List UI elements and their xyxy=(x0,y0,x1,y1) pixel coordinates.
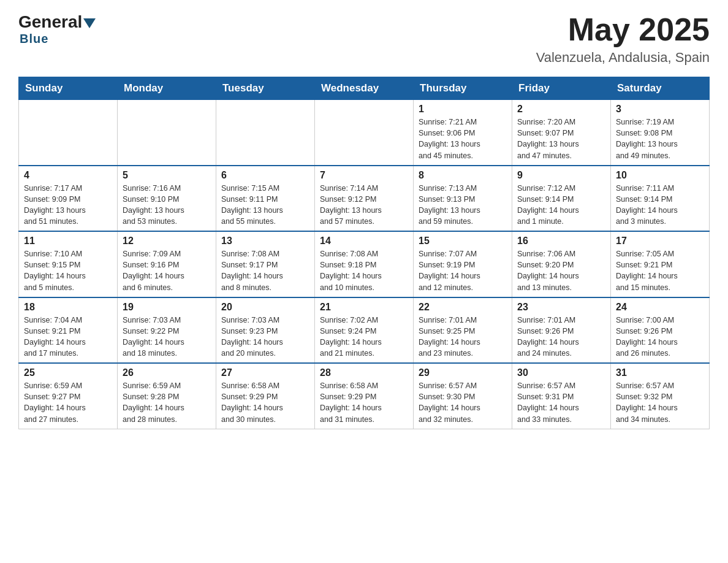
day-number: 26 xyxy=(123,367,211,378)
day-info: Sunrise: 7:02 AM Sunset: 9:24 PM Dayligh… xyxy=(320,315,408,359)
calendar-cell: 21Sunrise: 7:02 AM Sunset: 9:24 PM Dayli… xyxy=(315,297,414,364)
day-number: 5 xyxy=(123,170,211,181)
day-number: 4 xyxy=(24,170,112,181)
day-number: 18 xyxy=(24,302,112,313)
day-info: Sunrise: 7:16 AM Sunset: 9:10 PM Dayligh… xyxy=(123,183,211,228)
day-number: 21 xyxy=(320,302,408,313)
day-info: Sunrise: 7:21 AM Sunset: 9:06 PM Dayligh… xyxy=(419,117,507,161)
calendar-cell: 16Sunrise: 7:06 AM Sunset: 9:20 PM Dayli… xyxy=(512,231,611,297)
calendar-cell: 9Sunrise: 7:12 AM Sunset: 9:14 PM Daylig… xyxy=(512,166,611,232)
day-info: Sunrise: 7:05 AM Sunset: 9:21 PM Dayligh… xyxy=(616,248,704,293)
day-number: 3 xyxy=(616,104,704,115)
day-number: 31 xyxy=(616,367,704,378)
calendar-cell: 29Sunrise: 6:57 AM Sunset: 9:30 PM Dayli… xyxy=(414,363,512,429)
calendar-cell: 18Sunrise: 7:04 AM Sunset: 9:21 PM Dayli… xyxy=(19,297,118,364)
day-number: 30 xyxy=(517,367,605,378)
calendar-cell: 23Sunrise: 7:01 AM Sunset: 9:26 PM Dayli… xyxy=(512,297,611,364)
day-number: 15 xyxy=(419,236,507,247)
calendar-header-saturday: Saturday xyxy=(611,77,710,100)
calendar-header-friday: Friday xyxy=(512,77,611,100)
day-number: 27 xyxy=(221,367,309,378)
day-info: Sunrise: 6:57 AM Sunset: 9:32 PM Dayligh… xyxy=(616,380,704,425)
logo-triangle-icon xyxy=(83,18,96,28)
calendar-header-monday: Monday xyxy=(118,77,216,100)
day-info: Sunrise: 7:03 AM Sunset: 9:23 PM Dayligh… xyxy=(221,315,309,359)
day-info: Sunrise: 6:59 AM Sunset: 9:28 PM Dayligh… xyxy=(123,380,211,425)
day-number: 20 xyxy=(221,302,309,313)
calendar-cell: 1Sunrise: 7:21 AM Sunset: 9:06 PM Daylig… xyxy=(414,100,512,166)
day-info: Sunrise: 6:58 AM Sunset: 9:29 PM Dayligh… xyxy=(320,380,408,425)
day-info: Sunrise: 6:59 AM Sunset: 9:27 PM Dayligh… xyxy=(24,380,112,425)
calendar-cell: 31Sunrise: 6:57 AM Sunset: 9:32 PM Dayli… xyxy=(611,363,710,429)
calendar-week-row: 4Sunrise: 7:17 AM Sunset: 9:09 PM Daylig… xyxy=(19,166,710,232)
day-info: Sunrise: 6:57 AM Sunset: 9:30 PM Dayligh… xyxy=(419,380,507,425)
calendar-cell xyxy=(315,100,414,166)
calendar-cell xyxy=(216,100,315,166)
calendar-week-row: 11Sunrise: 7:10 AM Sunset: 9:15 PM Dayli… xyxy=(19,231,710,297)
calendar-cell: 20Sunrise: 7:03 AM Sunset: 9:23 PM Dayli… xyxy=(216,297,315,364)
calendar-cell: 15Sunrise: 7:07 AM Sunset: 9:19 PM Dayli… xyxy=(414,231,512,297)
calendar-cell: 6Sunrise: 7:15 AM Sunset: 9:11 PM Daylig… xyxy=(216,166,315,232)
day-number: 13 xyxy=(221,236,309,247)
day-info: Sunrise: 7:14 AM Sunset: 9:12 PM Dayligh… xyxy=(320,183,408,228)
day-number: 11 xyxy=(24,236,112,247)
day-number: 7 xyxy=(320,170,408,181)
day-info: Sunrise: 7:11 AM Sunset: 9:14 PM Dayligh… xyxy=(616,183,704,228)
logo: General Blue xyxy=(18,12,97,46)
calendar-cell: 13Sunrise: 7:08 AM Sunset: 9:17 PM Dayli… xyxy=(216,231,315,297)
day-info: Sunrise: 7:01 AM Sunset: 9:25 PM Dayligh… xyxy=(419,315,507,359)
calendar-header-sunday: Sunday xyxy=(19,77,118,100)
day-info: Sunrise: 7:08 AM Sunset: 9:17 PM Dayligh… xyxy=(221,248,309,293)
day-info: Sunrise: 7:17 AM Sunset: 9:09 PM Dayligh… xyxy=(24,183,112,228)
day-info: Sunrise: 7:04 AM Sunset: 9:21 PM Dayligh… xyxy=(24,315,112,359)
day-info: Sunrise: 7:19 AM Sunset: 9:08 PM Dayligh… xyxy=(616,117,704,161)
day-info: Sunrise: 7:09 AM Sunset: 9:16 PM Dayligh… xyxy=(123,248,211,293)
calendar-cell: 14Sunrise: 7:08 AM Sunset: 9:18 PM Dayli… xyxy=(315,231,414,297)
day-info: Sunrise: 7:03 AM Sunset: 9:22 PM Dayligh… xyxy=(123,315,211,359)
day-number: 22 xyxy=(419,302,507,313)
calendar-cell: 8Sunrise: 7:13 AM Sunset: 9:13 PM Daylig… xyxy=(414,166,512,232)
calendar-cell: 7Sunrise: 7:14 AM Sunset: 9:12 PM Daylig… xyxy=(315,166,414,232)
calendar-header-tuesday: Tuesday xyxy=(216,77,315,100)
calendar-cell: 27Sunrise: 6:58 AM Sunset: 9:29 PM Dayli… xyxy=(216,363,315,429)
page-header: General Blue May 2025 Valenzuela, Andalu… xyxy=(18,12,710,66)
day-info: Sunrise: 7:08 AM Sunset: 9:18 PM Dayligh… xyxy=(320,248,408,293)
day-info: Sunrise: 7:01 AM Sunset: 9:26 PM Dayligh… xyxy=(517,315,605,359)
calendar-cell: 19Sunrise: 7:03 AM Sunset: 9:22 PM Dayli… xyxy=(118,297,216,364)
calendar-cell xyxy=(118,100,216,166)
day-number: 17 xyxy=(616,236,704,247)
calendar-week-row: 18Sunrise: 7:04 AM Sunset: 9:21 PM Dayli… xyxy=(19,297,710,364)
calendar-header-wednesday: Wednesday xyxy=(315,77,414,100)
calendar-cell: 28Sunrise: 6:58 AM Sunset: 9:29 PM Dayli… xyxy=(315,363,414,429)
day-number: 29 xyxy=(419,367,507,378)
day-number: 12 xyxy=(123,236,211,247)
calendar-week-row: 1Sunrise: 7:21 AM Sunset: 9:06 PM Daylig… xyxy=(19,100,710,166)
calendar-header-row: SundayMondayTuesdayWednesdayThursdayFrid… xyxy=(19,77,710,100)
day-info: Sunrise: 6:57 AM Sunset: 9:31 PM Dayligh… xyxy=(517,380,605,425)
day-info: Sunrise: 7:06 AM Sunset: 9:20 PM Dayligh… xyxy=(517,248,605,293)
day-number: 19 xyxy=(123,302,211,313)
calendar-cell: 11Sunrise: 7:10 AM Sunset: 9:15 PM Dayli… xyxy=(19,231,118,297)
day-number: 2 xyxy=(517,104,605,115)
day-number: 28 xyxy=(320,367,408,378)
calendar-cell: 26Sunrise: 6:59 AM Sunset: 9:28 PM Dayli… xyxy=(118,363,216,429)
calendar-header-thursday: Thursday xyxy=(414,77,512,100)
day-number: 6 xyxy=(221,170,309,181)
location-title: Valenzuela, Andalusia, Spain xyxy=(536,50,710,66)
calendar-cell: 10Sunrise: 7:11 AM Sunset: 9:14 PM Dayli… xyxy=(611,166,710,232)
calendar-week-row: 25Sunrise: 6:59 AM Sunset: 9:27 PM Dayli… xyxy=(19,363,710,429)
calendar-table: SundayMondayTuesdayWednesdayThursdayFrid… xyxy=(18,77,710,429)
calendar-cell: 12Sunrise: 7:09 AM Sunset: 9:16 PM Dayli… xyxy=(118,231,216,297)
day-info: Sunrise: 7:07 AM Sunset: 9:19 PM Dayligh… xyxy=(419,248,507,293)
day-info: Sunrise: 7:20 AM Sunset: 9:07 PM Dayligh… xyxy=(517,117,605,161)
calendar-cell: 24Sunrise: 7:00 AM Sunset: 9:26 PM Dayli… xyxy=(611,297,710,364)
day-number: 1 xyxy=(419,104,507,115)
calendar-cell: 17Sunrise: 7:05 AM Sunset: 9:21 PM Dayli… xyxy=(611,231,710,297)
day-info: Sunrise: 7:10 AM Sunset: 9:15 PM Dayligh… xyxy=(24,248,112,293)
logo-blue-text: Blue xyxy=(20,32,48,46)
day-number: 25 xyxy=(24,367,112,378)
calendar-cell: 25Sunrise: 6:59 AM Sunset: 9:27 PM Dayli… xyxy=(19,363,118,429)
day-info: Sunrise: 6:58 AM Sunset: 9:29 PM Dayligh… xyxy=(221,380,309,425)
logo-general-text: General xyxy=(18,12,82,32)
day-info: Sunrise: 7:13 AM Sunset: 9:13 PM Dayligh… xyxy=(419,183,507,228)
